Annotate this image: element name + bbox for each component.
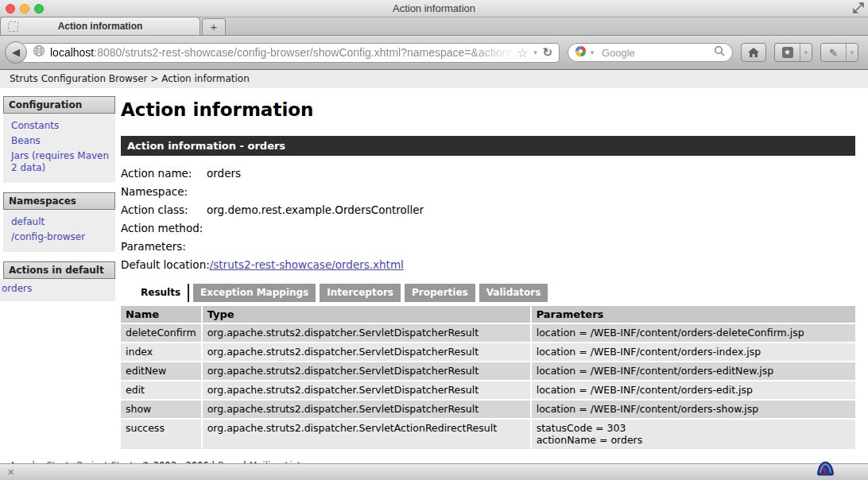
cell-type: org.apache.struts2.dispatcher.ServletDis…	[203, 362, 530, 380]
bookmarks-star-icon[interactable]: ★	[775, 44, 800, 61]
bookmark-star-icon[interactable]: ☆	[517, 45, 528, 60]
param-line-1: statusCode = 303	[537, 422, 626, 434]
url-dropdown-icon[interactable]: ▼	[533, 49, 539, 56]
sidebar-link-config-browser[interactable]: /config-browser	[11, 231, 114, 243]
magnifier-icon[interactable]	[714, 45, 726, 60]
gauge-extension-icon[interactable]	[816, 460, 835, 479]
url-text[interactable]: localhost:8080/struts2-rest-showcase/con…	[50, 46, 515, 59]
tab-exception-mappings[interactable]: Exception Mappings	[193, 284, 316, 302]
close-findbar-icon[interactable]: ✕	[7, 467, 14, 478]
field-parameters: Parameters:	[121, 240, 855, 253]
globe-icon	[33, 45, 45, 60]
search-engine-dropdown-icon[interactable]: ▼	[589, 49, 595, 56]
bookmarks-button[interactable]: ★ ▼	[774, 43, 812, 62]
cell-type: org.apache.struts2.dispatcher.ServletDis…	[203, 324, 530, 342]
breadcrumb: Struts Configuration Browser > Action in…	[0, 70, 868, 88]
tab-action-information[interactable]: Action information	[0, 17, 200, 35]
url-host: localhost	[50, 46, 94, 59]
page-content: Struts Configuration Browser > Action in…	[0, 70, 868, 463]
sidebar-heading: Namespaces	[3, 192, 115, 210]
url-path: :8080/struts2-rest-showcase/config-brows…	[94, 46, 515, 59]
sidebar-link-beans[interactable]: Beans	[11, 135, 114, 147]
back-button[interactable]: ◀	[5, 41, 27, 64]
field-value: orders	[207, 167, 241, 180]
cell-name: success	[121, 420, 201, 449]
sidebar-link-jars[interactable]: Jars (requires Maven 2 data)	[11, 150, 114, 174]
window-titlebar: Action information	[0, 0, 868, 17]
search-bar[interactable]: ▼ Google	[568, 43, 733, 62]
page-footer: Apache Struts Project Struts © 2003 - 20…	[0, 451, 868, 463]
cell-parameters: location = /WEB-INF/content/orders-edit.…	[532, 381, 855, 399]
cell-type: org.apache.struts2.dispatcher.ServletDis…	[203, 343, 530, 361]
extension-tools-button[interactable]: ✎ ▼	[820, 43, 858, 62]
home-button[interactable]	[741, 43, 766, 62]
bookmarks-dropdown-icon[interactable]: ▼	[800, 44, 812, 61]
sidebar: Configuration Constants Beans Jars (requ…	[0, 88, 121, 311]
column-header-type: Type	[203, 306, 530, 323]
cell-name: show	[121, 401, 201, 418]
cell-parameters: location = /WEB-INF/content/orders-show.…	[532, 401, 855, 418]
table-row: deleteConfirm org.apache.struts2.dispatc…	[121, 324, 855, 342]
cell-name: editNew	[121, 362, 201, 380]
cell-type: org.apache.struts2.dispatcher.ServletAct…	[203, 420, 530, 449]
navigation-toolbar: ◀ localhost:8080/struts2-rest-showcase/c…	[0, 36, 868, 70]
cell-name: index	[121, 343, 201, 361]
field-default-location: Default location:/struts2-rest-showcase/…	[121, 258, 855, 271]
column-header-name: Name	[121, 306, 201, 323]
field-label: Action class:	[121, 203, 207, 216]
main-content: Action information Action information - …	[121, 88, 855, 451]
field-label: Namespace:	[121, 185, 207, 198]
cell-name: edit	[121, 381, 201, 399]
results-table: Name Type Parameters deleteConfirm org.a…	[119, 304, 857, 451]
cell-type: org.apache.struts2.dispatcher.ServletDis…	[203, 381, 530, 399]
column-header-parameters: Parameters	[532, 306, 855, 323]
reload-icon[interactable]: ↻	[542, 45, 552, 60]
tab-interceptors[interactable]: Interceptors	[320, 284, 401, 302]
cell-type: org.apache.struts2.dispatcher.ServletDis…	[203, 401, 530, 418]
field-label: Action method:	[121, 222, 207, 234]
tab-bar: Action information +	[0, 17, 868, 36]
page-title: Action information	[121, 99, 855, 120]
field-label: Parameters:	[121, 240, 207, 253]
panel-title: Action information - orders	[121, 136, 855, 156]
tab-results[interactable]: Results	[134, 284, 189, 302]
table-row: index org.apache.struts2.dispatcher.Serv…	[121, 343, 855, 361]
new-tab-button[interactable]: +	[202, 18, 226, 35]
field-action-class: Action class:org.demo.rest.example.Order…	[121, 203, 855, 216]
sidebar-section-configuration: Configuration Constants Beans Jars (requ…	[0, 96, 121, 183]
cell-parameters: location = /WEB-INF/content/orders-delet…	[532, 324, 855, 342]
search-input[interactable]: Google	[602, 47, 714, 59]
status-bar: ✕	[0, 463, 868, 480]
sidebar-heading: Configuration	[3, 96, 115, 114]
window-title: Action information	[0, 2, 868, 14]
field-namespace: Namespace:	[121, 185, 855, 198]
param-line-2: actionName = orders	[537, 434, 851, 446]
url-bar[interactable]: localhost:8080/struts2-rest-showcase/con…	[21, 43, 560, 63]
cell-parameters: location = /WEB-INF/content/orders-index…	[532, 343, 855, 361]
cell-name: deleteConfirm	[121, 324, 201, 342]
sidebar-link-orders[interactable]: orders	[2, 283, 115, 295]
field-action-name: Action name:orders	[121, 167, 855, 180]
tools-dropdown-icon[interactable]: ▼	[846, 44, 858, 61]
table-row: editNew org.apache.struts2.dispatcher.Se…	[121, 362, 855, 380]
field-label: Default location:	[121, 258, 210, 271]
cell-parameters: location = /WEB-INF/content/orders-editN…	[532, 362, 855, 380]
fullscreen-arrows-icon[interactable]	[853, 2, 864, 17]
sidebar-section-namespaces: Namespaces default /config-browser	[0, 192, 121, 252]
sidebar-link-default[interactable]: default	[11, 216, 114, 228]
tab-properties[interactable]: Properties	[405, 284, 475, 302]
wand-icon[interactable]: ✎	[821, 44, 846, 61]
result-tabs: Results Exception Mappings Interceptors …	[121, 284, 855, 302]
browser-window: Action information Action information + …	[0, 0, 868, 480]
table-row: success org.apache.struts2.dispatcher.Se…	[121, 420, 855, 449]
tab-validators[interactable]: Validators	[479, 284, 548, 302]
table-row: show org.apache.struts2.dispatcher.Servl…	[121, 401, 855, 418]
table-row: edit org.apache.struts2.dispatcher.Servl…	[121, 381, 855, 399]
field-label: Action name:	[121, 167, 207, 180]
sidebar-link-constants[interactable]: Constants	[11, 120, 114, 132]
sidebar-heading: Actions in default	[3, 261, 115, 279]
google-logo-icon[interactable]	[575, 45, 587, 60]
field-value: org.demo.rest.example.OrdersController	[207, 203, 424, 216]
tab-title: Action information	[1, 21, 200, 32]
default-location-link[interactable]: /struts2-rest-showcase/orders.xhtml	[210, 258, 404, 271]
